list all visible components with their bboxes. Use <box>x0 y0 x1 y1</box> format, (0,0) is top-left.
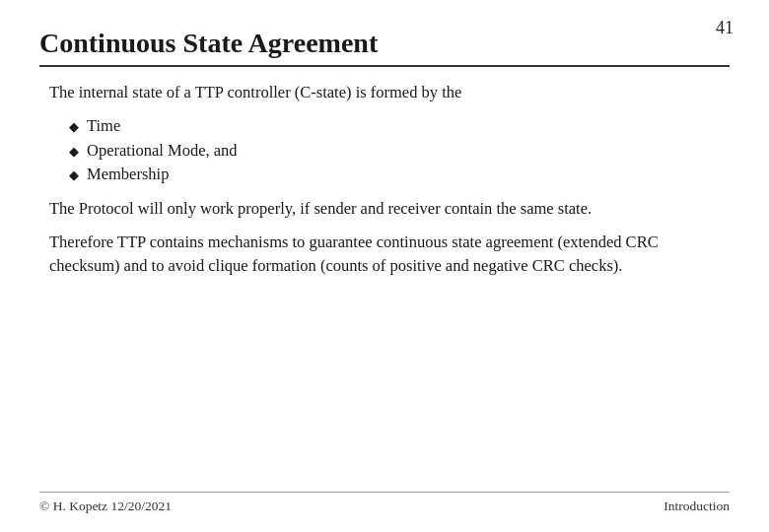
bullet-icon: ◆ <box>69 142 79 163</box>
therefore-paragraph: Therefore TTP contains mechanisms to gua… <box>49 231 730 278</box>
protocol-paragraph: The Protocol will only work properly, if… <box>49 197 730 221</box>
bullet-label: Operational Mode, and <box>87 139 238 164</box>
bullet-label: Membership <box>87 163 169 187</box>
slide-container: 41 Continuous State Agreement The intern… <box>0 0 769 532</box>
list-item: ◆ Membership <box>69 163 730 187</box>
title-area: Continuous State Agreement <box>39 28 730 67</box>
slide-title: Continuous State Agreement <box>39 28 730 59</box>
list-item: ◆ Operational Mode, and <box>69 139 730 164</box>
slide-number: 41 <box>716 18 734 38</box>
content-area: The internal state of a TTP controller (… <box>39 81 730 278</box>
title-divider <box>39 65 730 67</box>
bullet-list: ◆ Time ◆ Operational Mode, and ◆ Members… <box>69 114 730 187</box>
intro-paragraph: The internal state of a TTP controller (… <box>49 81 730 104</box>
footer-section: Introduction <box>664 499 730 514</box>
bullet-icon: ◆ <box>69 166 79 186</box>
bullet-label: Time <box>87 114 120 139</box>
list-item: ◆ Time <box>69 114 730 139</box>
footer-copyright: © H. Kopetz 12/20/2021 <box>39 499 172 514</box>
bullet-icon: ◆ <box>69 117 79 138</box>
footer: © H. Kopetz 12/20/2021 Introduction <box>39 492 730 514</box>
